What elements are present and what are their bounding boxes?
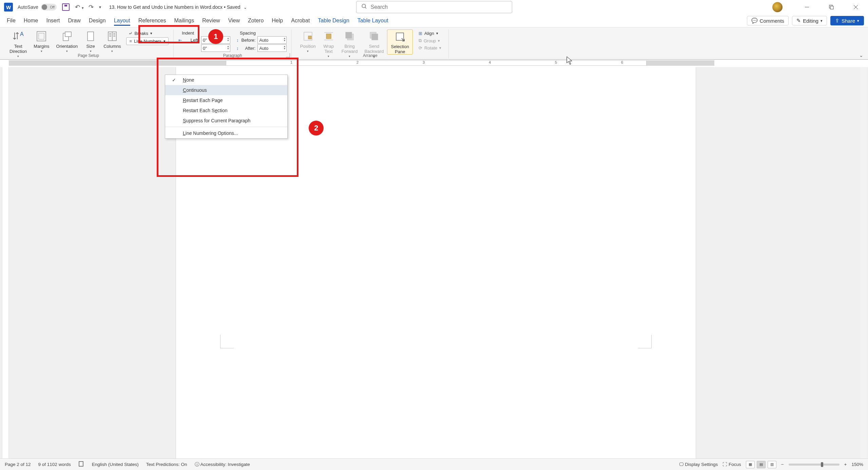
tab-table-design[interactable]: Table Design [318, 16, 349, 26]
horizontal-ruler[interactable]: 1 2 3 4 5 6 [9, 60, 859, 67]
line-numbers-continuous[interactable]: Continuous [165, 85, 287, 95]
web-layout-button[interactable]: ▥ [768, 461, 776, 468]
position-button[interactable]: Position ▾ [296, 29, 319, 53]
spacing-heading: Spacing [236, 29, 287, 36]
zoom-slider[interactable] [789, 464, 840, 466]
page-margin-corner [220, 335, 234, 348]
ruler-tick-1: 1 [290, 60, 292, 64]
tab-file[interactable]: File [7, 16, 16, 26]
focus-icon: ⛶ [722, 462, 727, 467]
line-numbering-options[interactable]: Line Numbering Options... [165, 128, 287, 138]
status-accessibility[interactable]: ⓘ Accessibility: Investigate [195, 462, 250, 468]
rotate-button[interactable]: ⟳ Rotate ▾ [416, 45, 444, 51]
wrap-text-button[interactable]: Wrap Text ▾ [319, 29, 338, 58]
line-numbers-suppress[interactable]: Suppress for Current Paragraph [165, 116, 287, 126]
comments-button[interactable]: 💬 Comments [747, 16, 789, 25]
tab-layout[interactable]: Layout [114, 16, 130, 26]
margins-button[interactable]: Margins ▾ [30, 29, 53, 53]
tab-table-layout[interactable]: Table Layout [358, 16, 388, 26]
status-language[interactable]: English (United States) [92, 462, 139, 467]
line-numbers-none[interactable]: ✓ None [165, 75, 287, 85]
tab-design[interactable]: Design [89, 16, 106, 26]
chevron-down-icon: ▾ [328, 55, 329, 58]
read-mode-button[interactable]: ▦ [746, 461, 755, 468]
close-button[interactable] [844, 0, 868, 14]
print-layout-button[interactable]: ▤ [757, 461, 766, 468]
group-objects-button[interactable]: ⧉ Group ▾ [416, 37, 444, 44]
title-bar: W AutoSave Off ↶ ▾ ↷ ▾ 13. How to Get an… [0, 0, 868, 14]
vertical-scrollbar[interactable] [861, 67, 867, 458]
spellcheck-icon[interactable] [78, 461, 84, 468]
redo-icon[interactable]: ↷ [89, 3, 94, 11]
tab-references[interactable]: References [138, 16, 166, 26]
autosave-toggle[interactable]: Off [41, 4, 57, 11]
tab-mailings[interactable]: Mailings [174, 16, 194, 26]
tab-help[interactable]: Help [272, 16, 283, 26]
qat-chevron-icon[interactable]: ▾ [99, 5, 101, 9]
status-bar: Page 2 of 12 9 of 1102 words English (Un… [0, 458, 868, 470]
svg-rect-9 [39, 33, 44, 39]
indent-left-input[interactable]: 0"▲▼ [201, 36, 230, 44]
chevron-down-icon: ▾ [90, 49, 92, 53]
spacing-before-input[interactable]: Auto▲▼ [257, 36, 287, 44]
chevron-down-icon: ▾ [66, 49, 68, 53]
text-direction-icon: A [12, 30, 24, 42]
bring-forward-button[interactable]: Bring Forward ▾ [338, 29, 361, 58]
tab-home[interactable]: Home [24, 16, 38, 26]
focus-mode-button[interactable]: ⛶ Focus [722, 462, 741, 467]
autosave-label: AutoSave [18, 4, 38, 10]
paragraph-dialog-launcher[interactable] [286, 53, 290, 57]
display-settings-button[interactable]: 🖵 Display Settings [679, 462, 718, 467]
word-app-icon: W [4, 3, 13, 12]
ribbon-collapse-button[interactable]: ⌄ [859, 53, 863, 58]
svg-rect-22 [308, 36, 311, 39]
spacing-after-input[interactable]: Auto▲▼ [257, 44, 287, 52]
line-numbers-restart-page[interactable]: Restart Each Page [165, 95, 287, 105]
tab-draw[interactable]: Draw [68, 16, 80, 26]
document-title[interactable]: 13. How to Get and Undo Line Numbers in … [109, 4, 247, 10]
zoom-out-button[interactable]: − [781, 462, 784, 467]
tab-review[interactable]: Review [202, 16, 220, 26]
margins-label: Margins [34, 44, 49, 49]
text-direction-button[interactable]: A Text Direction ▾ [6, 29, 30, 58]
status-word-count[interactable]: 9 of 1102 words [38, 462, 71, 467]
maximize-button[interactable] [819, 0, 844, 14]
save-icon[interactable] [62, 3, 70, 11]
zoom-percentage[interactable]: 150% [851, 462, 863, 467]
share-button[interactable]: ⇪ Share ▾ [830, 16, 864, 25]
undo-icon[interactable]: ↶ ▾ [75, 3, 84, 11]
send-backward-icon [368, 30, 380, 42]
selection-pane-button[interactable]: Selection Pane [387, 29, 412, 55]
undo-redo-group: ↶ ▾ ↷ [75, 3, 94, 11]
chevron-down-icon: ▾ [857, 19, 859, 23]
tab-zotero[interactable]: Zotero [248, 16, 264, 26]
minimize-button[interactable] [795, 0, 819, 14]
orientation-button[interactable]: Orientation ▾ [53, 29, 81, 53]
user-avatar[interactable] [772, 2, 783, 12]
selection-pane-icon [394, 30, 406, 43]
status-page[interactable]: Page 2 of 12 [5, 462, 31, 467]
group-objects-label: Group [424, 38, 436, 43]
size-button[interactable]: Size ▾ [81, 29, 100, 53]
line-numbers-button[interactable]: ≡ Line Numbers ▾ [126, 37, 169, 45]
indent-heading: Indent [178, 29, 230, 36]
status-predictions[interactable]: Text Predictions: On [146, 462, 187, 467]
vertical-ruler[interactable] [2, 67, 9, 458]
tab-insert[interactable]: Insert [46, 16, 60, 26]
line-numbers-restart-section[interactable]: Restart Each Section [165, 105, 287, 116]
zoom-in-button[interactable]: + [844, 462, 847, 467]
chevron-down-icon: ▾ [436, 31, 438, 36]
columns-button[interactable]: Columns ▾ [100, 29, 124, 53]
indent-right-input[interactable]: 0"▲▼ [201, 44, 230, 52]
title-chevron-icon[interactable]: ⌄ [244, 5, 247, 10]
tab-acrobat[interactable]: Acrobat [291, 16, 310, 26]
tab-view[interactable]: View [228, 16, 240, 26]
breaks-button[interactable]: ⤶ Breaks ▾ [126, 30, 169, 37]
search-placeholder: Search [371, 4, 388, 10]
svg-rect-29 [372, 34, 378, 40]
align-button[interactable]: ⊞ Align ▾ [416, 30, 444, 37]
view-mode-group: ▦ ▤ ▥ [746, 461, 776, 468]
search-box[interactable]: Search [356, 1, 512, 13]
editing-mode-button[interactable]: ✎ Editing ▾ [792, 16, 827, 25]
orientation-label: Orientation [56, 44, 78, 49]
